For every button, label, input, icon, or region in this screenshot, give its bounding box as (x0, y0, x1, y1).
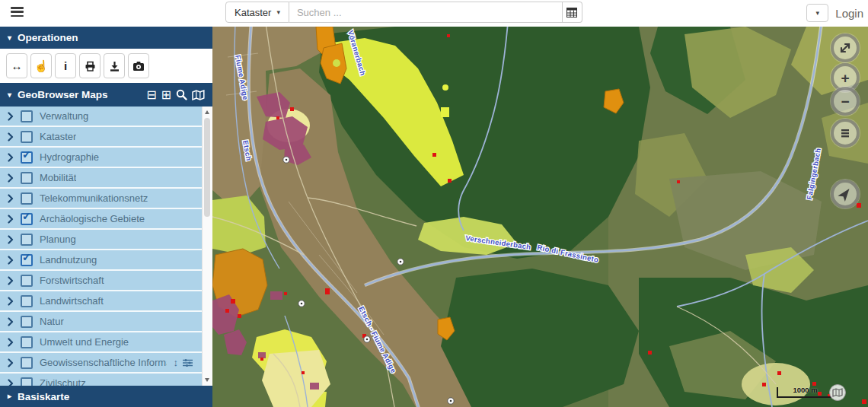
menu-button[interactable] (11, 6, 26, 20)
layer-label: Archäologische Gebiete (40, 213, 145, 224)
maps-header[interactable]: ▾ GeoBrowser Maps ⊟ ⊞ (0, 83, 212, 107)
expand-chevron-icon[interactable] (8, 358, 14, 367)
zoom-extent-icon (838, 40, 853, 56)
search-input[interactable] (289, 2, 563, 23)
map-icon[interactable] (192, 90, 205, 100)
expand-chevron-icon[interactable] (8, 317, 14, 326)
navigation-arrow-icon (837, 186, 854, 202)
expand-chevron-icon[interactable] (8, 338, 14, 347)
layer-checkbox[interactable]: ✓ (21, 213, 33, 225)
layer-label: Hydrographie (40, 151, 99, 163)
layer-list-scrollbar[interactable] (202, 107, 212, 386)
layer-checkbox[interactable]: ✓ (21, 131, 33, 143)
layer-checkbox[interactable]: ✓ (21, 357, 33, 369)
download-button[interactable] (104, 53, 125, 78)
zoom-slider-button[interactable] (831, 119, 860, 148)
category-dropdown[interactable]: Kataster ▾ (225, 2, 289, 23)
basemap-title: Basiskarte (18, 391, 69, 402)
select-tool-button[interactable]: ☝ (30, 53, 52, 78)
layer-row-landnutzung[interactable]: ✓ Landnutzung (0, 250, 212, 271)
operations-header[interactable]: ▾ Operationen (0, 27, 212, 49)
scale-bar: 1000 m (777, 387, 834, 398)
layer-row-hydrographie[interactable]: ✓ Hydrographie (0, 148, 212, 168)
operations-toolbar: ↔ ☝ i (0, 49, 212, 83)
expand-chevron-icon[interactable] (8, 194, 14, 203)
layer-checkbox[interactable]: ✓ (21, 192, 33, 205)
expand-chevron-icon[interactable] (8, 112, 14, 121)
layer-row-mobilitaet[interactable]: ✓ Mobilität (0, 168, 212, 189)
map-viewport[interactable]: Fiume Adige Etsch Vöranerbach Verschneid… (212, 27, 868, 407)
expand-chevron-icon[interactable] (8, 276, 14, 285)
layer-row-geowissenschaftliche-informationen[interactable]: ✓ Geowissenschaftliche Informationen ↕ (0, 353, 212, 374)
layer-checkbox[interactable]: ✓ (21, 254, 33, 266)
expand-chevron-icon[interactable] (8, 173, 14, 183)
hand-pointer-icon: ☝ (34, 60, 49, 72)
collapse-all-icon[interactable]: ⊟ (146, 89, 156, 101)
pan-tool-button[interactable]: ↔ (6, 53, 27, 78)
layer-checkbox[interactable]: ✓ (21, 377, 33, 386)
layer-row-forstwirtschaft[interactable]: ✓ Forstwirtschaft (0, 271, 212, 291)
map-canvas[interactable]: Fiume Adige Etsch Vöranerbach Verschneid… (212, 27, 868, 407)
expand-chevron-icon[interactable] (8, 379, 14, 386)
printer-icon (85, 61, 96, 72)
login-dropdown[interactable]: ▾ (806, 4, 828, 22)
maps-title: GeoBrowser Maps (18, 89, 108, 100)
results-table-button[interactable] (563, 2, 582, 23)
layer-row-natur[interactable]: ✓ Natur (0, 312, 212, 332)
layer-row-verwaltung[interactable]: ✓ Verwaltung (0, 107, 212, 127)
layer-checkbox[interactable]: ✓ (21, 295, 33, 307)
layer-label: Kataster (40, 131, 76, 142)
layer-checkbox[interactable]: ✓ (21, 316, 33, 328)
layer-checkbox[interactable]: ✓ (21, 110, 33, 122)
layer-checkbox[interactable]: ✓ (21, 151, 33, 164)
layer-checkbox[interactable]: ✓ (21, 275, 33, 287)
scroll-up-icon[interactable] (205, 110, 209, 114)
expand-chevron-icon[interactable] (8, 153, 14, 162)
expand-all-icon[interactable]: ⊞ (161, 89, 171, 101)
layer-opacity-icon[interactable]: ↕ (174, 357, 179, 368)
expand-chevron-icon[interactable] (8, 235, 14, 244)
layer-label: Natur (40, 316, 64, 327)
layer-checkbox[interactable]: ✓ (21, 234, 33, 246)
layer-row-umwelt-und-energie[interactable]: ✓ Umwelt und Energie (0, 332, 212, 353)
expand-chevron-icon[interactable] (8, 297, 14, 306)
expand-chevron-icon[interactable] (8, 256, 14, 265)
attribution-button[interactable] (829, 384, 846, 401)
table-icon (566, 8, 577, 17)
category-label: Kataster (235, 7, 271, 18)
expand-caret-icon: ▸ (8, 393, 11, 400)
print-button[interactable] (79, 53, 101, 78)
operations-title: Operationen (18, 32, 78, 43)
basemap-header[interactable]: ▸ Basiskarte (0, 386, 212, 407)
layer-row-landwirtschaft[interactable]: ✓ Landwirtschaft (0, 291, 212, 312)
zoom-extent-button[interactable] (831, 33, 860, 62)
expand-chevron-icon[interactable] (8, 132, 14, 141)
hamburger-icon (11, 7, 24, 9)
screenshot-button[interactable] (128, 53, 149, 78)
search-layers-icon[interactable] (176, 89, 187, 100)
layer-row-zivilschutz[interactable]: ✓ Zivilschutz (0, 374, 212, 386)
layer-label: Telekommunikationsnetz (40, 192, 148, 204)
layer-checkbox[interactable]: ✓ (21, 336, 33, 348)
layer-label: Geowissenschaftliche Informationen (40, 357, 167, 368)
layer-label: Landnutzung (40, 254, 97, 266)
info-tool-button[interactable]: i (55, 53, 76, 78)
expand-chevron-icon[interactable] (8, 215, 14, 224)
layer-row-kataster[interactable]: ✓ Kataster (0, 127, 212, 148)
scroll-down-icon[interactable] (205, 378, 209, 382)
layer-settings-sliders-icon[interactable] (183, 358, 193, 367)
layer-row-telekommunikationsnetz[interactable]: ✓ Telekommunikationsnetz (0, 189, 212, 209)
zoom-out-button[interactable]: − (831, 87, 860, 116)
layer-row-planung[interactable]: ✓ Planung (0, 230, 212, 250)
layer-row-archaeologische-gebiete[interactable]: ✓ Archäologische Gebiete (0, 209, 212, 230)
login-group: ▾ Login (806, 4, 863, 22)
geolocate-button[interactable] (831, 180, 860, 208)
login-link[interactable]: Login (835, 7, 863, 20)
layer-checkbox[interactable]: ✓ (21, 172, 33, 184)
layer-label: Forstwirtschaft (40, 275, 104, 286)
layer-label: Verwaltung (40, 110, 88, 122)
download-icon (109, 61, 120, 72)
plus-icon: + (841, 71, 849, 85)
scrollbar-thumb[interactable] (204, 118, 210, 217)
camera-icon (132, 61, 145, 72)
